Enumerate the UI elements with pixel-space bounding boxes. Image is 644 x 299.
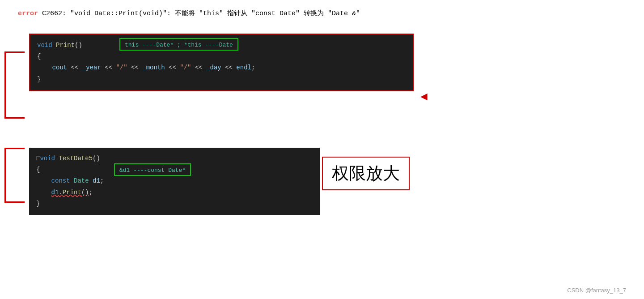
code-line-b3: const Date d1; — [36, 175, 313, 187]
red-border-left-bottom — [4, 148, 6, 201]
error-code: C2662: "void Date::Print(void)": 不能将 "th… — [42, 10, 360, 17]
error-keyword: error — [18, 10, 38, 17]
csdn-watermark: CSDN @fantasy_13_7 — [567, 287, 626, 294]
top-code-block: this ----Date* ; *this ----Date ◄ void P… — [29, 34, 414, 91]
top-code-section: this ----Date* ; *this ----Date ◄ void P… — [25, 34, 414, 109]
red-border-bottom-top — [4, 117, 25, 119]
red-border-left-top — [4, 51, 6, 119]
annotation-box-bottom: &d1 ----const Date* — [114, 163, 191, 176]
code-line-3: cout << _year << "/" << _month << "/" <<… — [37, 62, 406, 73]
bottom-code-section: &d1 ----const Date* □void TestDate5() { … — [25, 148, 320, 215]
page-container: error C2662: "void Date::Print(void)": 不… — [0, 0, 644, 299]
red-border-bottom-bottom — [4, 201, 25, 203]
error-line: error C2662: "void Date::Print(void)": 不… — [18, 9, 626, 19]
red-border-top-top — [4, 51, 25, 53]
code-line-2: { — [37, 51, 406, 62]
quanxian-label: 权限放大 — [322, 157, 410, 190]
arrow-annotation-top: ◄ — [418, 90, 430, 103]
annotation-box-top: this ----Date* ; *this ----Date — [119, 38, 238, 51]
code-line-4: } — [37, 74, 406, 85]
red-border-top-bottom — [4, 148, 25, 149]
code-line-b1: □void TestDate5() — [36, 153, 313, 164]
code-line-b4: d1.Print(); — [36, 187, 313, 198]
annotation-bottom-text: &d1 ----const Date* — [119, 167, 186, 174]
annotation-top-text: this ----Date* ; *this ----Date — [125, 42, 233, 48]
code-line-b5: } — [36, 198, 313, 209]
bottom-code-block: &d1 ----const Date* □void TestDate5() { … — [29, 148, 320, 215]
